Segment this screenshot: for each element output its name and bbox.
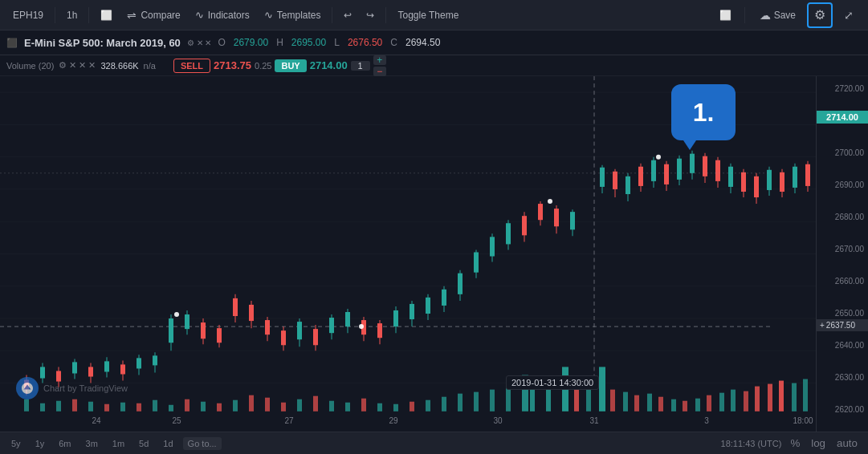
undo-icon: ↩ (344, 10, 352, 21)
svg-rect-17 (120, 403, 125, 411)
price-axis: 2720.00 2710.00 2700.00 2690.00 2680.00 … (816, 76, 868, 432)
cloud-icon: ☁ (760, 9, 771, 22)
svg-rect-73 (72, 363, 77, 374)
indicators-button[interactable]: ∿ Indicators (189, 5, 256, 25)
tradingview-logo: Chart by TradingView (16, 377, 128, 399)
svg-rect-83 (153, 356, 157, 366)
svg-rect-12 (40, 403, 45, 411)
svg-rect-147 (664, 164, 669, 184)
open-value: 2679.00 (234, 37, 268, 48)
svg-rect-57 (707, 395, 711, 411)
chart-canvas[interactable]: 24 25 27 29 30 31 3 18:00 2019-01-31 14:… (0, 76, 816, 432)
svg-rect-99 (281, 331, 286, 346)
tf-5y[interactable]: 5y (6, 437, 26, 450)
svg-rect-91 (217, 329, 222, 343)
price-2700: 2700.00 (835, 148, 864, 157)
gear-icon: ⚙ (814, 7, 825, 22)
svg-rect-81 (137, 359, 141, 369)
settings-button[interactable]: ⚙ (807, 2, 833, 28)
expand-button[interactable]: ⤢ (836, 2, 862, 28)
tradingview-text: Chart by TradingView (43, 383, 128, 393)
date-stamp: 2019-01-31 14:30:00 (506, 375, 599, 390)
tf-3m[interactable]: 3m (81, 437, 103, 450)
svg-rect-37 (442, 397, 446, 411)
templates-button[interactable]: ∿ Templates (258, 5, 328, 25)
divider-5 (744, 7, 745, 23)
svg-rect-123 (474, 253, 479, 273)
svg-rect-119 (442, 290, 446, 306)
goto-button[interactable]: Go to... (183, 437, 222, 450)
svg-rect-49 (610, 390, 615, 411)
svg-rect-23 (217, 403, 222, 411)
svg-rect-97 (265, 321, 270, 335)
step-callout: 1. (671, 84, 736, 140)
svg-rect-26 (265, 398, 270, 411)
timeframe-button[interactable]: 1h (60, 6, 84, 25)
svg-rect-93 (233, 298, 238, 316)
price-2670: 2670.00 (835, 245, 864, 253)
svg-rect-48 (599, 367, 605, 411)
log-toggle[interactable]: log (807, 436, 829, 451)
chart-type-icon: ⬛ (6, 38, 18, 48)
svg-rect-107 (345, 312, 350, 326)
svg-rect-141 (626, 176, 630, 194)
svg-rect-129 (522, 217, 527, 236)
bottom-right-controls: % log auto (786, 436, 862, 451)
svg-rect-60 (744, 391, 748, 411)
svg-point-173 (656, 155, 661, 160)
price-2660: 2660.00 (835, 277, 864, 286)
svg-rect-13 (56, 401, 61, 411)
svg-rect-167 (793, 167, 797, 188)
fullscreen-button[interactable]: ⬜ (713, 6, 738, 25)
svg-rect-117 (426, 298, 430, 314)
svg-rect-54 (671, 399, 676, 411)
svg-text:27: 27 (284, 416, 294, 425)
svg-rect-157 (728, 167, 733, 187)
svg-rect-121 (458, 274, 463, 294)
svg-text:29: 29 (389, 416, 398, 425)
toggle-theme-button[interactable]: Toggle Theme (391, 6, 465, 25)
undo-button[interactable]: ↩ (337, 6, 358, 25)
svg-rect-35 (410, 402, 414, 411)
tf-1m[interactable]: 1m (108, 437, 129, 450)
quantity-input[interactable] (351, 61, 370, 71)
svg-rect-135 (570, 213, 575, 230)
tf-6m[interactable]: 6m (54, 437, 75, 450)
symbol-button[interactable]: EPH19 (6, 6, 50, 25)
svg-rect-31 (345, 403, 350, 411)
tf-1d[interactable]: 1d (158, 437, 177, 450)
price-2640: 2640.00 (835, 341, 864, 350)
svg-rect-127 (506, 224, 511, 245)
tf-5d[interactable]: 5d (134, 437, 153, 450)
tf-1y[interactable]: 1y (31, 437, 50, 450)
svg-rect-47 (586, 387, 591, 411)
svg-rect-105 (329, 318, 334, 334)
svg-rect-101 (297, 322, 302, 340)
percent-toggle[interactable]: % (786, 436, 804, 451)
quantity-up-button[interactable]: + (373, 55, 386, 65)
volume-na: n/a (144, 61, 156, 71)
auto-toggle[interactable]: auto (833, 436, 862, 451)
svg-rect-85 (169, 319, 173, 343)
bottom-time-display: 18:11:43 (UTC) (721, 439, 782, 448)
tv-logo-icon (16, 377, 39, 399)
svg-point-170 (174, 312, 179, 317)
templates-icon: ∿ (264, 9, 273, 21)
svg-rect-159 (741, 172, 746, 192)
svg-rect-55 (683, 401, 687, 411)
save-button[interactable]: ☁ Save (752, 5, 804, 26)
high-value: 2695.00 (291, 37, 326, 48)
svg-text:24: 24 (92, 416, 101, 425)
compare-button[interactable]: ⇌ Compare (120, 5, 186, 26)
svg-rect-41 (506, 387, 511, 411)
svg-rect-133 (554, 209, 559, 227)
bars-button[interactable]: ⬜ (94, 6, 119, 25)
svg-rect-18 (137, 403, 141, 411)
quantity-down-button[interactable]: − (373, 67, 386, 76)
chart-title: E-Mini S&P 500: March 2019, 60 (24, 37, 181, 49)
svg-rect-20 (169, 405, 173, 411)
redo-button[interactable]: ↪ (360, 6, 381, 25)
chart-header: ⬛ E-Mini S&P 500: March 2019, 60 ⚙ ✕ ✕ O… (0, 30, 868, 55)
chart-settings-icons: ⚙ ✕ ✕ (187, 39, 212, 47)
svg-text:18:00: 18:00 (793, 416, 813, 425)
